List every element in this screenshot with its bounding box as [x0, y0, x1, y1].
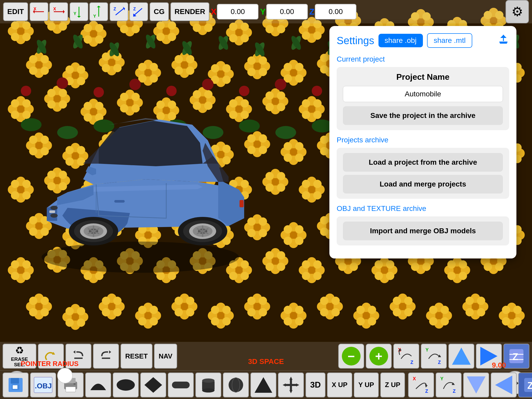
pyramid-down-button[interactable]	[463, 373, 489, 397]
shape-curved-triangle[interactable]	[85, 373, 111, 397]
shape-cylinder[interactable]	[195, 373, 221, 397]
x-up-button[interactable]: X UP	[327, 373, 352, 397]
edit-button[interactable]: EDIT	[3, 2, 28, 21]
rotate-xz2-button[interactable]: X Z	[408, 373, 434, 397]
import-merge-button[interactable]: Import and merge OBJ models	[343, 222, 503, 240]
obj-texture-section: Import and merge OBJ models	[337, 216, 509, 245]
rotate-xz-button[interactable]: X Z	[393, 344, 419, 369]
redo-button[interactable]	[93, 344, 119, 369]
svg-text:Z: Z	[438, 360, 441, 365]
svg-point-43	[50, 206, 58, 210]
move-x-pos-button[interactable]: X	[49, 2, 68, 21]
bottom-row1: ♻ ERASESEL. RESET NAV − +	[0, 342, 532, 370]
value-display: 9.00	[492, 361, 506, 369]
svg-marker-121	[296, 383, 299, 387]
3d-label: 3D	[310, 380, 321, 390]
svg-text:.OBJ: .OBJ	[35, 382, 52, 390]
obj-texture-label: OBJ and TEXTURE archive	[337, 204, 509, 213]
svg-text:Z: Z	[133, 7, 136, 11]
z-layer2-button[interactable]: Z	[518, 373, 532, 397]
move-x-neg-button[interactable]: X	[30, 2, 48, 21]
top-toolbar: EDIT X X Y Y Z Z CG RENDER X 0.00 Y 0.	[0, 0, 532, 23]
z-axis-group: Z Z	[110, 2, 148, 21]
projects-archive-label: Projects archive	[337, 136, 509, 144]
move-z-pos-button[interactable]: Z	[129, 2, 148, 21]
upload-icon-button[interactable]	[498, 34, 509, 48]
z-up-button[interactable]: Z UP	[380, 373, 405, 397]
pointer-radius-label: POINTER RADIUS	[21, 360, 78, 368]
projects-archive-section: Load a project from the archive Load and…	[337, 148, 509, 199]
svg-point-41	[42, 242, 239, 273]
current-project-label: Current project	[337, 55, 509, 63]
coord-z-input[interactable]: 0.00	[315, 4, 356, 19]
svg-marker-117	[255, 377, 272, 393]
svg-line-76	[116, 8, 124, 15]
share-mtl-button[interactable]: share .mtl	[427, 33, 473, 48]
z-axis-label: Z	[309, 7, 315, 17]
nav-button[interactable]: NAV	[154, 344, 177, 369]
shape-oval[interactable]	[113, 373, 139, 397]
nav-label: NAV	[159, 352, 172, 360]
svg-marker-119	[289, 390, 292, 393]
shape-capsule[interactable]	[168, 373, 194, 397]
svg-marker-84	[500, 35, 507, 38]
current-project-section: Project Name Save the project in the arc…	[337, 67, 509, 130]
coord-x-value: 0.00	[231, 8, 245, 16]
rotate-yz2-button[interactable]: Y Z	[436, 373, 462, 397]
y-up-label: Y UP	[358, 381, 374, 389]
y-axis-label: Y	[260, 7, 265, 17]
arrow-left-button[interactable]	[491, 373, 517, 397]
svg-text:Z: Z	[527, 380, 532, 391]
pyramid-up-button[interactable]	[448, 344, 474, 369]
coord-x-input[interactable]: 0.00	[217, 4, 258, 19]
bottom-toolbar: ♻ ERASESEL. RESET NAV − +	[0, 342, 532, 399]
plus-button[interactable]: +	[366, 344, 392, 369]
shape-cone[interactable]	[250, 373, 276, 397]
shape-sphere[interactable]	[223, 373, 249, 397]
move-y-neg-button[interactable]: Y	[70, 2, 88, 21]
pointer-radius-ball	[57, 368, 73, 383]
blue-down-pyramid-icon	[467, 376, 486, 394]
svg-rect-62	[240, 200, 244, 207]
settings-gear-button[interactable]: ⚙	[506, 0, 529, 23]
obj-import-button[interactable]: .OBJ	[30, 373, 56, 397]
x-axis-group: X X	[30, 2, 68, 21]
svg-point-110	[117, 379, 135, 391]
svg-text:X: X	[53, 7, 56, 11]
svg-text:Y: Y	[74, 11, 76, 16]
save-archive-button[interactable]: Save the project in the archive	[343, 106, 503, 125]
project-name-input[interactable]	[343, 86, 503, 102]
svg-rect-109	[74, 383, 76, 385]
render-button[interactable]: RENDER	[170, 2, 209, 21]
svg-point-21	[312, 86, 322, 96]
settings-panel: Settings share .obj share .mtl Current p…	[329, 26, 516, 258]
move-z-neg-button[interactable]: Z	[110, 2, 128, 21]
load-project-button[interactable]: Load a project from the archive	[343, 153, 503, 172]
svg-text:Z: Z	[114, 7, 116, 11]
z-layer-button[interactable]: Z	[503, 344, 529, 369]
cg-button[interactable]: CG	[150, 2, 169, 21]
shape-diamond-flat[interactable]	[140, 373, 166, 397]
minus-button[interactable]: −	[338, 344, 364, 369]
svg-text:X: X	[413, 376, 416, 381]
y-up-button[interactable]: Y UP	[354, 373, 379, 397]
svg-marker-118	[289, 377, 292, 380]
rotate-yz-button[interactable]: Y Z	[421, 344, 447, 369]
x-up-label: X UP	[332, 381, 348, 389]
3d-space-label: 3D SPACE	[248, 357, 284, 366]
move-tool-button[interactable]	[278, 373, 304, 397]
move-y-pos-button[interactable]: Y	[89, 2, 108, 21]
coord-z-value: 0.00	[329, 8, 343, 16]
svg-point-113	[202, 378, 215, 383]
coord-y-input[interactable]: 0.00	[266, 4, 308, 19]
save-button[interactable]	[3, 373, 29, 397]
svg-text:Z: Z	[453, 389, 456, 394]
load-merge-button[interactable]: Load and merge projects	[343, 175, 503, 194]
3d-button[interactable]: 3D	[305, 373, 325, 397]
share-obj-button[interactable]: share .obj	[378, 34, 423, 47]
reset-button[interactable]: RESET	[121, 344, 152, 369]
blue-pyramid-icon	[452, 348, 471, 365]
svg-rect-61	[114, 200, 125, 203]
svg-text:Z: Z	[513, 351, 518, 362]
svg-text:Y: Y	[440, 376, 443, 381]
